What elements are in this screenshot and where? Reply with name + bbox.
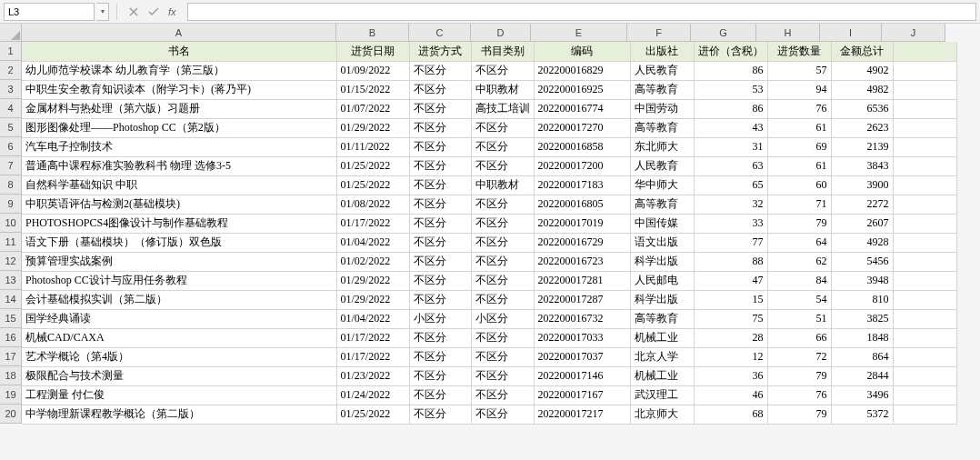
cell[interactable]: 不区分: [409, 405, 471, 424]
cell[interactable]: 不区分: [409, 195, 471, 214]
cell[interactable]: 不区分: [409, 233, 471, 252]
column-header-C[interactable]: C: [409, 24, 471, 42]
cell[interactable]: 不区分: [409, 137, 471, 156]
column-header-I[interactable]: I: [820, 24, 882, 42]
row-header-18[interactable]: 18: [0, 366, 22, 385]
cell[interactable]: 普通高中课程标准实验教科书 物理 选修3-5: [22, 156, 336, 175]
cell[interactable]: 62: [767, 252, 831, 271]
cell[interactable]: [893, 99, 956, 118]
cell[interactable]: 01/17/2022: [336, 347, 409, 366]
cell[interactable]: 不区分: [471, 328, 534, 347]
column-header-H[interactable]: H: [756, 24, 820, 42]
cell[interactable]: 43: [694, 118, 767, 137]
cell[interactable]: 63: [694, 156, 767, 175]
cell[interactable]: 北京师大: [630, 405, 694, 424]
row-header-7[interactable]: 7: [0, 156, 22, 175]
cell[interactable]: 语文出版: [630, 233, 694, 252]
cell[interactable]: 75: [694, 309, 767, 328]
cell[interactable]: 65: [694, 175, 767, 195]
cell[interactable]: 书目类别: [471, 42, 534, 61]
cell[interactable]: [893, 61, 956, 80]
cell[interactable]: 图形图像处理——Photoshop CC（第2版）: [22, 118, 336, 137]
cell[interactable]: 中职教材: [471, 175, 534, 195]
cell[interactable]: 不区分: [409, 366, 471, 385]
cell[interactable]: 小区分: [471, 309, 534, 328]
cell[interactable]: 3948: [831, 271, 893, 290]
cell[interactable]: 人民教育: [630, 61, 694, 80]
cell[interactable]: 202200017287: [534, 290, 630, 309]
cell[interactable]: 不区分: [409, 328, 471, 347]
cell[interactable]: 高等教育: [630, 195, 694, 214]
cell[interactable]: 810: [831, 290, 893, 309]
cell[interactable]: 15: [694, 290, 767, 309]
cell[interactable]: 47: [694, 271, 767, 290]
cell[interactable]: 61: [767, 156, 831, 175]
cell[interactable]: 3496: [831, 385, 893, 405]
cell[interactable]: 77: [694, 233, 767, 252]
row-header-11[interactable]: 11: [0, 233, 22, 252]
cell[interactable]: 机械工业: [630, 366, 694, 385]
cell[interactable]: 艺术学概论（第4版）: [22, 347, 336, 366]
cell[interactable]: 202200017146: [534, 366, 630, 385]
cell[interactable]: 不区分: [471, 233, 534, 252]
cell[interactable]: 幼儿师范学校课本 幼儿教育学（第三版）: [22, 61, 336, 80]
cell[interactable]: 01/04/2022: [336, 309, 409, 328]
cell[interactable]: 中职生安全教育知识读本（附学习卡）(蒋乃平): [22, 80, 336, 99]
cell[interactable]: 84: [767, 271, 831, 290]
select-all-corner[interactable]: [0, 24, 22, 42]
cell[interactable]: 202200016729: [534, 233, 630, 252]
cell[interactable]: 不区分: [471, 366, 534, 385]
cell[interactable]: [893, 290, 956, 309]
cell[interactable]: 79: [767, 405, 831, 424]
cell[interactable]: 79: [767, 366, 831, 385]
cell[interactable]: 5456: [831, 252, 893, 271]
cell[interactable]: 不区分: [409, 175, 471, 195]
cell[interactable]: 36: [694, 366, 767, 385]
cell[interactable]: 01/29/2022: [336, 290, 409, 309]
cell[interactable]: 书名: [22, 42, 336, 61]
cell[interactable]: 科学出版: [630, 290, 694, 309]
cell[interactable]: 01/02/2022: [336, 252, 409, 271]
row-header-16[interactable]: 16: [0, 328, 22, 347]
cell[interactable]: 4982: [831, 80, 893, 99]
enter-icon[interactable]: [145, 3, 163, 21]
row-header-6[interactable]: 6: [0, 137, 22, 156]
cell[interactable]: 4902: [831, 61, 893, 80]
cell[interactable]: 不区分: [409, 252, 471, 271]
row-header-12[interactable]: 12: [0, 252, 22, 271]
cell[interactable]: 不区分: [409, 99, 471, 118]
cell[interactable]: 高等教育: [630, 309, 694, 328]
cell[interactable]: 01/25/2022: [336, 175, 409, 195]
cell[interactable]: [893, 309, 956, 328]
cell[interactable]: 33: [694, 214, 767, 233]
cell[interactable]: 不区分: [409, 347, 471, 366]
cell[interactable]: 不区分: [471, 156, 534, 175]
cell[interactable]: 出版社: [630, 42, 694, 61]
cell[interactable]: 57: [767, 61, 831, 80]
column-header-A[interactable]: A: [22, 24, 336, 42]
cell[interactable]: 不区分: [471, 252, 534, 271]
cell[interactable]: 北京人学: [630, 347, 694, 366]
cell[interactable]: 人民教育: [630, 156, 694, 175]
cell[interactable]: 01/11/2022: [336, 137, 409, 156]
column-header-D[interactable]: D: [471, 24, 531, 42]
cell[interactable]: 金额总计: [831, 42, 893, 61]
column-header-B[interactable]: B: [336, 24, 409, 42]
cell[interactable]: 编码: [534, 42, 630, 61]
cell[interactable]: 01/08/2022: [336, 195, 409, 214]
cell[interactable]: [893, 252, 956, 271]
cell[interactable]: 202200017019: [534, 214, 630, 233]
cell[interactable]: 202200016732: [534, 309, 630, 328]
cell[interactable]: 预算管理实战案例: [22, 252, 336, 271]
row-header-8[interactable]: 8: [0, 175, 22, 195]
cell[interactable]: 69: [767, 137, 831, 156]
cell[interactable]: 2607: [831, 214, 893, 233]
fx-label[interactable]: fx: [168, 6, 176, 17]
cell[interactable]: 01/24/2022: [336, 385, 409, 405]
cell[interactable]: 中职英语评估与检测2(基础模块): [22, 195, 336, 214]
cell[interactable]: 华中师大: [630, 175, 694, 195]
cell[interactable]: 不区分: [471, 118, 534, 137]
cell[interactable]: 不区分: [409, 271, 471, 290]
cell[interactable]: 61: [767, 118, 831, 137]
cell[interactable]: 202200017270: [534, 118, 630, 137]
